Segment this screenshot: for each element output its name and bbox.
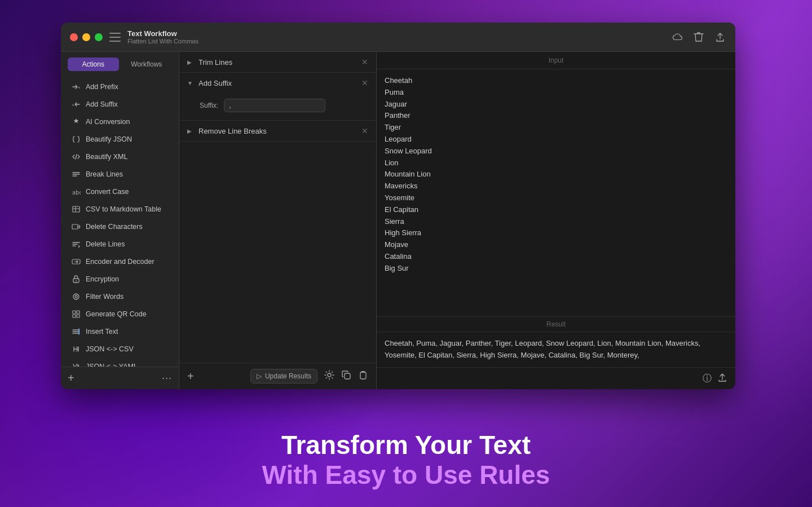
generate-qr-icon [71, 309, 81, 319]
add-action-button[interactable]: + [68, 372, 74, 385]
copy-button[interactable] [341, 370, 351, 382]
input-line: Jaguar [385, 99, 727, 111]
sidebar-item-json-yaml[interactable]: JSON <-> YAML [64, 358, 175, 367]
main-content: Actions Workflows + Add Prefix + Add Suf… [61, 52, 735, 389]
close-button[interactable] [70, 33, 78, 41]
sidebar-item-csv-to-markdown[interactable]: CSV to Markdown Table [64, 201, 175, 218]
add-suffix-close[interactable]: ✕ [361, 78, 368, 87]
svg-rect-22 [360, 372, 366, 379]
export-button[interactable] [717, 372, 727, 385]
sidebar-list: + Add Prefix + Add Suffix AI Conversion … [61, 76, 179, 367]
input-line: Big Sur [385, 263, 727, 275]
convert-case-icon: abc [71, 187, 81, 197]
json-csv-icon [71, 344, 81, 354]
delete-characters-icon [71, 222, 81, 232]
more-options-button[interactable]: ··· [162, 372, 172, 384]
sidebar-item-label-convert-case: Convert Case [86, 188, 129, 196]
tab-actions[interactable]: Actions [68, 58, 119, 71]
sidebar-item-insert-text[interactable]: Insert Text [64, 323, 175, 340]
input-line: Snow Leopard [385, 146, 727, 157]
update-results-label: Update Results [265, 372, 311, 380]
update-results-button[interactable]: ▷ Update Results [250, 369, 317, 383]
input-line: Panther [385, 110, 727, 122]
svg-rect-12 [73, 315, 76, 318]
svg-rect-3 [73, 206, 80, 212]
sidebar-item-break-lines[interactable]: Break Lines [64, 166, 175, 183]
sidebar-item-delete-lines[interactable]: Delete Lines [64, 236, 175, 253]
input-line: El Capitan [385, 204, 727, 216]
input-line: High Sierra [385, 227, 727, 239]
sidebar-item-delete-characters[interactable]: Delete Characters [64, 218, 175, 235]
settings-button[interactable] [324, 370, 334, 382]
sidebar-item-beautify-json[interactable]: Beautify JSON [64, 131, 175, 148]
sidebar-item-add-suffix[interactable]: + Add Suffix [64, 96, 175, 113]
insert-text-icon [71, 327, 81, 337]
suffix-input[interactable] [224, 99, 325, 112]
right-footer: ⓘ [377, 367, 735, 389]
sidebar-item-label-json-csv: JSON <-> CSV [86, 345, 134, 353]
trim-lines-close[interactable]: ✕ [361, 58, 368, 67]
input-header: Input [377, 52, 735, 69]
beautify-xml-icon [71, 152, 81, 162]
center-panel: ▶ Trim Lines ✕ ▼ Add Suffix ✕ Suffix: [179, 52, 377, 389]
break-lines-icon [71, 169, 81, 179]
input-line: Lion [385, 157, 727, 169]
trim-lines-header[interactable]: ▶ Trim Lines ✕ [179, 52, 376, 72]
sidebar-item-label-delete-lines: Delete Lines [86, 240, 125, 248]
trim-lines-label: Trim Lines [198, 58, 232, 67]
bottom-text: Transform Your Text With Easy to Use Rul… [0, 430, 812, 490]
tab-workflows[interactable]: Workflows [121, 58, 173, 71]
paste-button[interactable] [358, 370, 368, 382]
svg-point-20 [328, 373, 331, 377]
sidebar-item-label-generate-qr: Generate QR Code [86, 310, 147, 318]
trash-button[interactable] [692, 31, 705, 43]
sidebar-item-generate-qr[interactable]: Generate QR Code [64, 306, 175, 323]
maximize-button[interactable] [95, 33, 103, 41]
share-button[interactable] [714, 31, 726, 43]
sidebar-item-json-csv[interactable]: JSON <-> CSV [64, 341, 175, 358]
sidebar-item-add-prefix[interactable]: + Add Prefix [64, 78, 175, 95]
trim-lines-chevron: ▶ [187, 59, 194, 65]
svg-point-9 [75, 296, 77, 298]
sidebar-item-label-encoder-decoder: Encoder and Decoder [86, 258, 155, 266]
right-panel: Input CheetahPumaJaguarPantherTigerLeopa… [377, 52, 735, 389]
sidebar-item-encryption[interactable]: Encryption [64, 271, 175, 288]
add-prefix-icon: + [71, 82, 81, 92]
app-window: Text Workflow Flatten List With Commas [61, 23, 735, 389]
sidebar: Actions Workflows + Add Prefix + Add Suf… [61, 52, 179, 389]
sidebar-item-filter-words[interactable]: Filter Words [64, 288, 175, 305]
sidebar-item-encoder-decoder[interactable]: Encoder and Decoder [64, 253, 175, 270]
add-suffix-header[interactable]: ▼ Add Suffix ✕ [179, 73, 376, 93]
tagline-line2: With Easy to Use Rules [0, 460, 812, 490]
sidebar-item-label-csv-to-markdown: CSV to Markdown Table [86, 205, 161, 213]
remove-line-breaks-header[interactable]: ▶ Remove Line Breaks ✕ [179, 121, 376, 141]
svg-rect-23 [361, 371, 365, 372]
beautify-json-icon [71, 134, 81, 144]
input-line: Mountain Lion [385, 169, 727, 180]
workflow-remove-line-breaks: ▶ Remove Line Breaks ✕ [179, 121, 376, 142]
encoder-decoder-icon [71, 257, 81, 267]
center-footer: + ▷ Update Results [179, 363, 376, 389]
sidebar-item-beautify-xml[interactable]: Beautify XML [64, 148, 175, 165]
remove-line-breaks-close[interactable]: ✕ [361, 126, 368, 135]
sidebar-item-convert-case[interactable]: abc Convert Case [64, 183, 175, 200]
sidebar-item-ai-conversion[interactable]: AI Conversion [64, 113, 175, 130]
minimize-button[interactable] [82, 33, 90, 41]
sidebar-tabs: Actions Workflows [61, 52, 179, 76]
remove-line-breaks-chevron: ▶ [187, 128, 194, 134]
input-line: Yosemite [385, 192, 727, 204]
workflow-trim-lines: ▶ Trim Lines ✕ [179, 52, 376, 73]
svg-rect-11 [77, 311, 80, 314]
right-footer-actions: ⓘ [703, 372, 727, 385]
delete-lines-icon [71, 239, 81, 249]
sidebar-item-label-filter-words: Filter Words [86, 293, 123, 301]
add-step-button[interactable]: + [187, 370, 194, 383]
info-button[interactable]: ⓘ [703, 373, 712, 385]
input-line: Puma [385, 87, 727, 99]
icloud-button[interactable] [671, 31, 683, 43]
plus-icon: + [68, 372, 74, 385]
input-line: Mavericks [385, 180, 727, 192]
sidebar-item-label-break-lines: Break Lines [86, 170, 123, 178]
sidebar-toggle-button[interactable] [109, 33, 121, 42]
sidebar-item-label-beautify-json: Beautify JSON [86, 135, 132, 143]
